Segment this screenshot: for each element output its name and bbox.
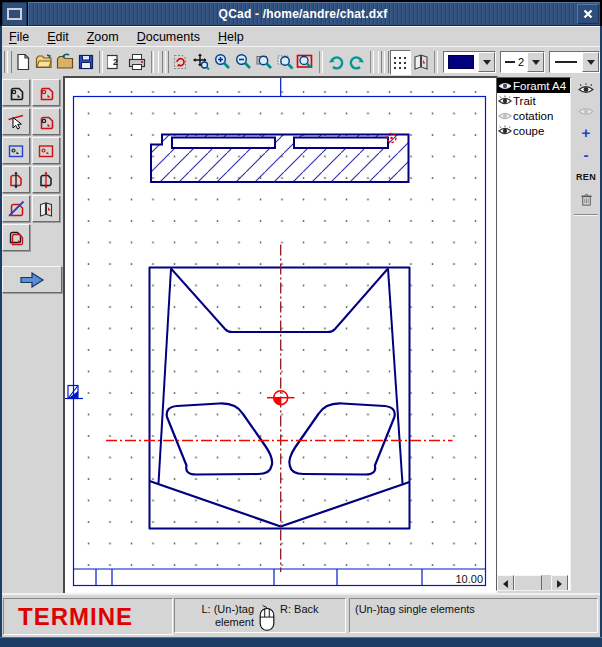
eye-icon [578,83,594,96]
toolbar-separator [151,51,155,73]
titlebar[interactable]: QCad - /home/andre/chat.dxf [28,2,600,26]
grid-icon [391,53,409,71]
redo-button[interactable] [346,50,367,75]
tag-double-icon [7,229,25,247]
toolbar-handle[interactable] [384,51,388,73]
undo-button[interactable] [326,50,347,75]
print-button[interactable] [127,50,148,75]
hide-layer-button[interactable] [575,102,597,120]
pages-icon [412,53,430,71]
tool-tag-window-blue-button[interactable] [2,137,30,164]
layer-row-coupe[interactable]: coupe [497,123,570,138]
layer-row-cotation[interactable]: cotation [497,108,570,123]
rename-layer-button[interactable]: REN [575,168,597,186]
line-width-combo[interactable]: 2 [500,51,545,73]
menu-edit[interactable]: Edit [38,28,78,46]
qcad-window: QCad - /home/andre/chat.dxf File Edit Zo… [0,0,602,647]
tag-window-blue-icon [7,142,25,160]
line-width-value: 2 [501,53,527,71]
scrollbar-track[interactable] [542,575,551,590]
new-file-icon [14,53,32,71]
save-button[interactable] [75,50,96,75]
zoom-window-icon [255,53,273,71]
toolbar-handle[interactable] [158,51,162,73]
tool-tag-layer-button[interactable] [32,195,60,222]
delete-layer-button[interactable] [575,190,597,208]
chevron-down-icon [587,60,595,65]
printer-icon [128,53,146,71]
toolbar-separator [370,51,374,73]
tool-tag-axis-red-button[interactable] [2,166,30,193]
menu-file[interactable]: File [0,28,38,46]
grid-spacing-label: 10.00 [455,573,483,585]
line-style-value [550,53,582,71]
toolbar-separator [434,51,438,73]
command-status-text: TERMINE [4,603,133,631]
color-combo[interactable] [443,51,496,73]
window-border-bottom[interactable] [0,637,602,647]
scroll-left-button[interactable] [497,575,514,591]
layer-list-hscrollbar[interactable] [497,575,568,590]
tool-grid-empty-cell [32,224,60,251]
layer-name: cotation [513,110,553,122]
redraw-icon [171,53,189,71]
continue-arrow-button[interactable] [2,266,62,293]
color-combo-arrow[interactable] [478,52,495,72]
toolbar-handle[interactable] [165,51,169,73]
save-as-button[interactable] [55,50,76,75]
close-icon [583,9,593,19]
draft-mode-button[interactable] [411,50,432,75]
redraw-button[interactable] [170,50,191,75]
previous-view-button[interactable] [295,50,316,75]
toolbar-handle[interactable] [7,51,11,73]
tool-tag-axis-black-button[interactable] [32,166,60,193]
tool-tag-window-red-button[interactable] [32,137,60,164]
line-width-combo-arrow[interactable] [527,52,544,72]
chevron-down-icon [483,60,491,65]
remove-layer-button[interactable]: - [575,146,597,164]
auto-zoom-button[interactable] [191,50,212,75]
right-mouse-hint: R: Back [280,603,319,616]
print-preview-button[interactable]: 2 [106,50,127,75]
new-file-button[interactable] [13,50,34,75]
line-style-combo-arrow[interactable] [582,52,599,72]
zoom-out-button[interactable] [233,50,254,75]
tool-tag-double-button[interactable] [2,224,30,251]
tag-axis-black-icon [37,171,55,189]
scrollbar-thumb[interactable] [514,575,542,591]
mouse-hint-panel: L: (Un-)tag element R: Back [174,598,346,633]
add-layer-button[interactable]: + [575,124,597,142]
layer-row-trait[interactable]: Trait [497,93,570,108]
open-file-button[interactable] [34,50,55,75]
scroll-right-button[interactable] [551,575,568,591]
zoom-in-button[interactable] [212,50,233,75]
grid-toggle-button[interactable] [390,50,411,75]
tag-window-red-icon [37,142,55,160]
close-button[interactable] [577,4,599,24]
menu-help[interactable]: Help [209,28,253,46]
menu-zoom[interactable]: Zoom [78,28,128,46]
edit-tool-grid [2,79,62,251]
tool-select-pointer-button[interactable] [2,108,30,135]
layer-row-foramt-a[interactable]: Foramt A4 [497,78,570,93]
statusbar: TERMINE L: (Un-)tag element R: Back (Un-… [0,593,602,639]
menu-documents[interactable]: Documents [128,28,209,46]
window-menu-button[interactable] [2,2,27,26]
tool-tag-contour-button[interactable] [32,79,60,106]
toolbar-handle[interactable] [378,51,382,73]
eye-hidden-icon [498,110,512,122]
triangle-left-icon [503,580,508,588]
line-style-combo[interactable] [549,51,600,73]
toolbar-separator [319,51,323,73]
zoom-window-button[interactable] [253,50,274,75]
section-view[interactable] [151,134,409,183]
tag-entity-icon [37,113,55,131]
command-status-panel: TERMINE [3,598,173,635]
tool-tag-element-button[interactable] [2,79,30,106]
solid-line-icon [555,61,577,63]
tool-untag-all-button[interactable] [2,195,30,222]
show-layer-button[interactable] [575,80,597,98]
drawing-canvas[interactable]: 10.00 [65,78,492,591]
zoom-pan-button[interactable] [274,50,295,75]
tool-tag-entity-button[interactable] [32,108,60,135]
